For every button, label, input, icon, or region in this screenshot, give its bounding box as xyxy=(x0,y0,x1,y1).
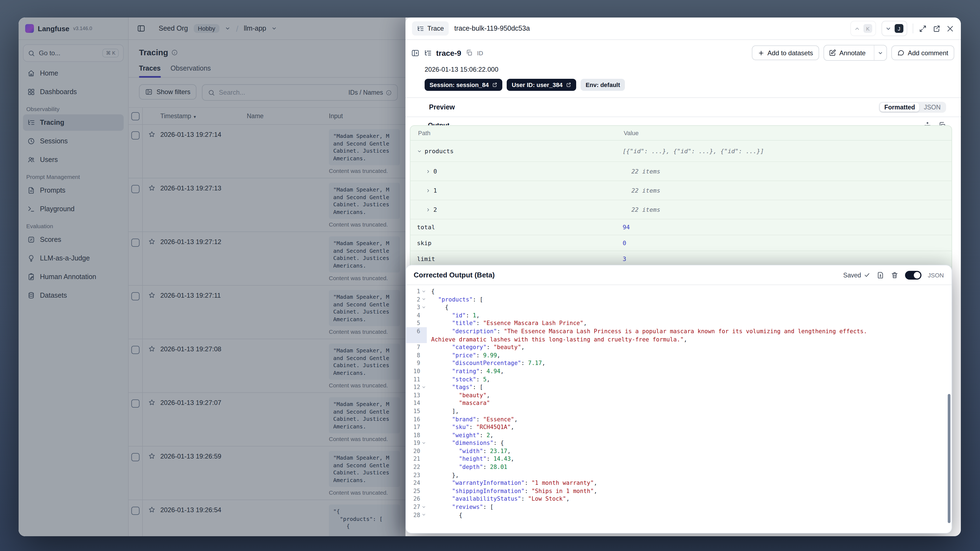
sidebar-item-sessions[interactable]: Sessions xyxy=(23,133,124,150)
add-to-datasets-button[interactable]: Add to datasets xyxy=(752,45,819,60)
select-all-checkbox[interactable] xyxy=(131,112,139,120)
trash-icon[interactable] xyxy=(891,271,898,279)
editor-line[interactable]: 7 "category": "beauty", xyxy=(406,343,951,351)
project-name[interactable]: llm-app xyxy=(244,25,266,32)
sidebar-item-llm-as-a-judge[interactable]: LLM-as-a-Judge xyxy=(23,250,124,266)
editor-line[interactable]: 12 "tags": [ xyxy=(406,383,951,391)
search-mode-toggle[interactable]: IDs / Names xyxy=(348,89,392,96)
table-row[interactable]: 2026-01-13 19:27:08"Madam Speaker, M and… xyxy=(128,339,406,393)
star-icon[interactable] xyxy=(148,291,155,299)
sidebar-item-scores[interactable]: Scores xyxy=(23,231,124,248)
row-checkbox[interactable] xyxy=(131,346,139,354)
org-name[interactable]: Seed Org xyxy=(159,25,188,32)
editor-line[interactable]: 6 "description": "The Essence Mascara La… xyxy=(406,327,951,343)
sidebar-item-playground[interactable]: Playground xyxy=(23,201,124,217)
row-checkbox[interactable] xyxy=(131,185,139,193)
tab-observations[interactable]: Observations xyxy=(170,65,211,77)
tab-traces[interactable]: Traces xyxy=(139,65,161,77)
tree-panel-open-icon[interactable] xyxy=(411,48,420,57)
row-checkbox[interactable] xyxy=(131,292,139,300)
table-row[interactable]: 2026-01-13 19:27:11"Madam Speaker, M and… xyxy=(128,286,406,339)
search-input[interactable]: Search... IDs / Names xyxy=(202,84,398,101)
sidebar-item-users[interactable]: Users xyxy=(23,151,124,168)
editor-line[interactable]: 5 "title": "Essence Mascara Lash Prince"… xyxy=(406,319,951,327)
output-row-1[interactable]: 122 items xyxy=(410,181,951,200)
editor-line[interactable]: 24 "warrantyInformation": "1 month warra… xyxy=(406,479,951,487)
editor-line[interactable]: 14 "mascara" xyxy=(406,399,951,407)
row-checkbox[interactable] xyxy=(131,453,139,461)
editor-line[interactable]: 22 "depth": 28.01 xyxy=(406,463,951,471)
format-formatted[interactable]: Formatted xyxy=(880,103,919,111)
sidebar-item-prompts[interactable]: Prompts xyxy=(23,182,124,199)
star-icon[interactable] xyxy=(148,399,155,406)
editor-line[interactable]: 19 "dimensions": { xyxy=(406,439,951,447)
editor-line[interactable]: 20 "width": 23.17, xyxy=(406,447,951,455)
expand-icon[interactable] xyxy=(919,24,927,33)
row-checkbox[interactable] xyxy=(131,400,139,408)
annotate-dropdown[interactable] xyxy=(874,45,886,60)
column-input[interactable]: Input xyxy=(329,113,406,119)
editor-line[interactable]: 13 "beauty", xyxy=(406,391,951,399)
annotate-button[interactable]: Annotate xyxy=(824,45,887,61)
editor-line[interactable]: 17 "sku": "RCH45Q1A", xyxy=(406,423,951,431)
star-icon[interactable] xyxy=(148,506,155,513)
next-trace-button[interactable]: J xyxy=(881,21,907,36)
editor-line[interactable]: 26 "availabilityStatus": "Low Stock", xyxy=(406,495,951,503)
info-icon[interactable] xyxy=(172,49,178,56)
row-checkbox[interactable] xyxy=(131,239,139,247)
output-row-0[interactable]: 022 items xyxy=(410,162,951,181)
column-name[interactable]: Name xyxy=(247,113,329,119)
editor-line[interactable]: 11 "stock": 5, xyxy=(406,375,951,383)
copy-icon[interactable] xyxy=(466,49,473,56)
add-comment-button[interactable]: Add comment xyxy=(891,45,954,60)
sidebar-item-home[interactable]: Home xyxy=(23,65,124,81)
star-icon[interactable] xyxy=(148,345,155,352)
star-icon[interactable] xyxy=(148,131,155,138)
row-checkbox[interactable] xyxy=(131,131,139,140)
editor-line[interactable]: 8 "price": 9.99, xyxy=(406,351,951,359)
close-icon[interactable] xyxy=(946,24,954,33)
editor-line[interactable]: 10 "rating": 4.94, xyxy=(406,367,951,375)
editor-line[interactable]: 27 "reviews": [ xyxy=(406,503,951,511)
json-editor[interactable]: 1{2 "products": [3 {4 "id": 1,5 "title":… xyxy=(406,285,951,533)
open-external-icon[interactable] xyxy=(932,24,940,33)
editor-line[interactable]: 16 "brand": "Essence", xyxy=(406,415,951,423)
editor-line[interactable]: 18 "weight": 2, xyxy=(406,431,951,439)
table-row[interactable]: 2026-01-13 19:26:54"{ "products": [ { xyxy=(128,500,406,536)
chevron-down-icon[interactable] xyxy=(272,26,277,31)
column-timestamp[interactable]: Timestamp▼ xyxy=(160,113,247,119)
star-icon[interactable] xyxy=(148,238,155,245)
chevron-down-icon[interactable] xyxy=(225,26,231,31)
sidebar-item-tracing[interactable]: Tracing xyxy=(23,115,124,131)
prev-trace-button[interactable]: K xyxy=(850,21,876,36)
editor-scrollbar[interactable] xyxy=(948,394,950,523)
sidebar-item-human-annotation[interactable]: Human Annotation xyxy=(23,269,124,285)
table-row[interactable]: 2026-01-13 19:27:07"Madam Speaker, M and… xyxy=(128,393,406,446)
editor-line[interactable]: 23 }, xyxy=(406,471,951,479)
editor-line[interactable]: 21 "height": 14.43, xyxy=(406,455,951,463)
table-row[interactable]: 2026-01-13 19:27:12"Madam Speaker, M and… xyxy=(128,232,406,286)
editor-line[interactable]: 4 "id": 1, xyxy=(406,311,951,319)
editor-line[interactable]: 25 "shippingInformation": "Ships in 1 mo… xyxy=(406,487,951,495)
sidebar-item-dashboards[interactable]: Dashboards xyxy=(23,84,124,100)
status-badge[interactable]: User ID: user_384 xyxy=(507,79,576,91)
editor-line[interactable]: 3 { xyxy=(406,303,951,311)
table-row[interactable]: 2026-01-13 19:26:59"Madam Speaker, M and… xyxy=(128,446,406,500)
format-json[interactable]: JSON xyxy=(920,103,945,111)
editor-line[interactable]: 9 "discountPercentage": 7.17, xyxy=(406,359,951,367)
star-icon[interactable] xyxy=(148,185,155,191)
editor-line[interactable]: 15 ], xyxy=(406,407,951,415)
editor-line[interactable]: 1{ xyxy=(406,287,951,295)
file-diff-icon[interactable] xyxy=(876,271,884,279)
tab-preview[interactable]: Preview xyxy=(429,104,455,111)
show-filters-button[interactable]: Show filters xyxy=(139,84,196,100)
table-row[interactable]: 2026-01-13 19:27:14"Madam Speaker, M and… xyxy=(128,125,406,178)
output-row-products[interactable]: products[{"id": ...}, {"id": ...}, {"id"… xyxy=(410,141,951,162)
table-row[interactable]: 2026-01-13 19:27:13"Madam Speaker, M and… xyxy=(128,178,406,232)
row-checkbox[interactable] xyxy=(131,507,139,515)
status-badge[interactable]: Session: session_84 xyxy=(425,79,502,91)
editor-line[interactable]: 28 { xyxy=(406,511,951,519)
goto-search[interactable]: Go to... ⌘ K xyxy=(23,44,124,62)
editor-line[interactable]: 2 "products": [ xyxy=(406,295,951,303)
sidebar-item-datasets[interactable]: Datasets xyxy=(23,287,124,304)
